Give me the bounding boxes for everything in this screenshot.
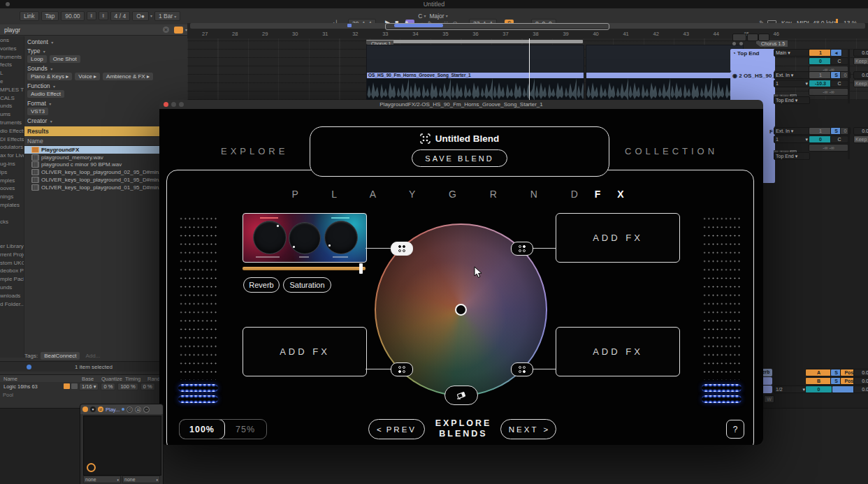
chip-piano-keys[interactable]: Piano & Keys ▸ [27, 73, 72, 80]
unfold-icon[interactable]: ∅ [126, 406, 133, 413]
quantize-menu[interactable]: 1 Bar▾ [154, 11, 180, 21]
mini-select-left[interactable]: none▾ [83, 476, 121, 483]
return-a-name-sliver[interactable]: erb [762, 369, 772, 376]
track2-volume[interactable]: -10.3 [809, 80, 832, 87]
browser-sidebar[interactable]: onsvoritestrumentsfectsLeMPLES TO ICALSu… [0, 36, 24, 358]
filter-icon[interactable] [174, 27, 183, 34]
slot-node-top-right[interactable] [511, 242, 533, 256]
track3-input-routing[interactable]: Ext. In ▾ [774, 127, 810, 135]
plugin-titlebar[interactable]: PlaygroundFX/2-OS_HS_90_Fm_Horns_Groove_… [159, 100, 763, 109]
track3-input-channel[interactable]: 1 ▾ [774, 135, 810, 143]
groove-base[interactable]: 1/16 ▾ [79, 383, 99, 390]
tempo-field[interactable]: 90.00 [61, 11, 84, 21]
tag-beatconnect[interactable]: BeatConnect [41, 352, 80, 360]
track2-latency-option[interactable]: Keep Lat [853, 80, 868, 87]
filter-type[interactable]: Type ▾ [27, 47, 187, 54]
track2-input-routing[interactable]: Ext. In ▾ [774, 71, 810, 79]
loop-region-bar[interactable] [366, 40, 583, 43]
link-button[interactable]: Link [20, 11, 39, 21]
browser-search[interactable]: playgr ✕ ▾ [0, 24, 187, 36]
arrangement-overview[interactable] [190, 23, 865, 29]
tag-reverb[interactable]: Reverb [243, 277, 280, 293]
nudge-up-icon[interactable]: ‖ [99, 11, 108, 20]
slot-node-top-left[interactable] [391, 242, 413, 256]
main-w-box[interactable]: W [764, 395, 774, 403]
track3-pan[interactable]: C [830, 135, 848, 143]
chip-audio-effect[interactable]: Audio Effect [27, 90, 64, 98]
tab-collection[interactable]: COLLECTION [625, 146, 718, 156]
set-box[interactable] [732, 34, 746, 41]
track2-input-channel[interactable]: 1 ▾ [774, 80, 810, 87]
tab-explore[interactable]: EXPLORE [221, 146, 288, 156]
scale-root-caret-icon[interactable]: ▾ [424, 13, 426, 18]
favorite-heart-icon[interactable]: ♥ [90, 406, 96, 412]
track1-pan[interactable]: C [830, 57, 848, 65]
fx-amount-handle[interactable] [359, 263, 363, 274]
track2-send-a[interactable]: 1 [809, 71, 832, 79]
groove-quantize[interactable]: 0 % [101, 383, 115, 390]
zoom-window-icon[interactable] [179, 102, 184, 107]
track3-volume[interactable]: 0 [809, 135, 832, 143]
return-b-send[interactable]: B [805, 377, 832, 385]
hot-swap-icon[interactable]: ⇄ [98, 406, 103, 412]
beat-time-ruler[interactable]: 2728293031323334353637383940414243444546 [202, 31, 779, 37]
chip-voice[interactable]: Voice ▸ [75, 73, 100, 80]
mini-knob[interactable] [87, 463, 96, 472]
track1-latency-option[interactable]: Keep Lat [853, 57, 868, 65]
main-cue-out[interactable]: 1/2 ▾ [774, 386, 807, 393]
clear-search-icon[interactable]: ✕ [163, 27, 169, 33]
save-preset-icon[interactable]: ▤ [135, 406, 141, 413]
track1-output-routing[interactable]: Main ▾ [774, 49, 810, 57]
io-box[interactable] [758, 34, 769, 41]
chip-loop[interactable]: Loop [27, 55, 47, 63]
clear-blend-button[interactable] [444, 386, 478, 405]
slot-node-bottom-right[interactable] [511, 362, 533, 376]
filter-sounds[interactable]: Sounds ▾ [27, 65, 187, 72]
scale-root[interactable]: C [418, 13, 422, 20]
track1-volume[interactable]: 0 [809, 57, 832, 65]
groove-timing[interactable]: 100 % [117, 383, 138, 390]
track1-speaker-toggle[interactable]: ◂ [830, 49, 842, 57]
add-fx-slot-bottom-right[interactable]: ADD FX [556, 327, 680, 376]
groove-commit-icon[interactable] [64, 383, 70, 389]
slot-node-bottom-left[interactable] [391, 362, 413, 376]
chip-one-shot[interactable]: One Shot [50, 55, 80, 63]
main-volume[interactable]: 0 [805, 386, 832, 393]
track1-gain[interactable]: 0.00 [853, 49, 868, 57]
chip-vst3[interactable]: VST3 [27, 108, 48, 115]
mini-select-right[interactable]: none▾ [122, 476, 160, 483]
filter-function[interactable]: Function ▾ [27, 82, 187, 89]
zoom-100-button[interactable]: 100% [179, 419, 225, 439]
return-a-gain[interactable]: 0.00 [853, 369, 868, 376]
track3-latency-option[interactable]: Keep Lat [853, 135, 868, 143]
help-button[interactable]: ? [726, 420, 744, 439]
track2-pan[interactable]: C [830, 80, 848, 87]
groove-edit-icon[interactable] [71, 383, 78, 389]
chip-ambience-fx[interactable]: Ambience & FX ▸ [103, 73, 153, 80]
track3-send-a[interactable]: 1 [809, 127, 832, 135]
mini-titlebar[interactable]: ♥ ⇄ Play... ∅ ▤ – [80, 404, 163, 414]
main-name-sliver[interactable] [762, 386, 772, 393]
browser-search-input[interactable]: playgr [4, 27, 20, 34]
blend-position-handle[interactable] [455, 304, 467, 316]
scale-name-caret-icon[interactable]: ▾ [446, 13, 448, 18]
device-on-toggle[interactable] [82, 406, 88, 412]
save-blend-button[interactable]: SAVE BLEND [412, 149, 507, 167]
minimize-window-icon[interactable] [171, 102, 176, 107]
overview-scroll-thumb[interactable] [394, 24, 443, 27]
info-icon[interactable] [27, 365, 31, 369]
audio-clip[interactable]: OS_HS_90_Fm_Horns_Groove_Song_Starter_1 [366, 45, 584, 101]
device-mini-window[interactable]: ♥ ⇄ Play... ∅ ▤ – none▾ none▾ [80, 404, 164, 484]
next-blend-button[interactable]: NEXT > [500, 419, 556, 439]
add-fx-slot-top-right[interactable]: ADD FX [556, 213, 680, 263]
zoom-toggle[interactable]: 100% 75% [179, 419, 267, 439]
window-control-dot[interactable] [6, 2, 10, 6]
return-b-name-sliver[interactable] [762, 377, 772, 385]
filter-content[interactable]: Content ▾ [27, 38, 187, 45]
metronome-caret-icon[interactable]: ▾ [150, 13, 152, 18]
metronome-button[interactable]: O● [132, 11, 149, 21]
groove-random[interactable]: 0 % [140, 383, 155, 390]
blend-name[interactable]: Untitled Blend [435, 133, 500, 144]
track3-output-routing[interactable]: Top End ▾ [774, 152, 810, 160]
clip-name-bar[interactable] [586, 73, 743, 78]
